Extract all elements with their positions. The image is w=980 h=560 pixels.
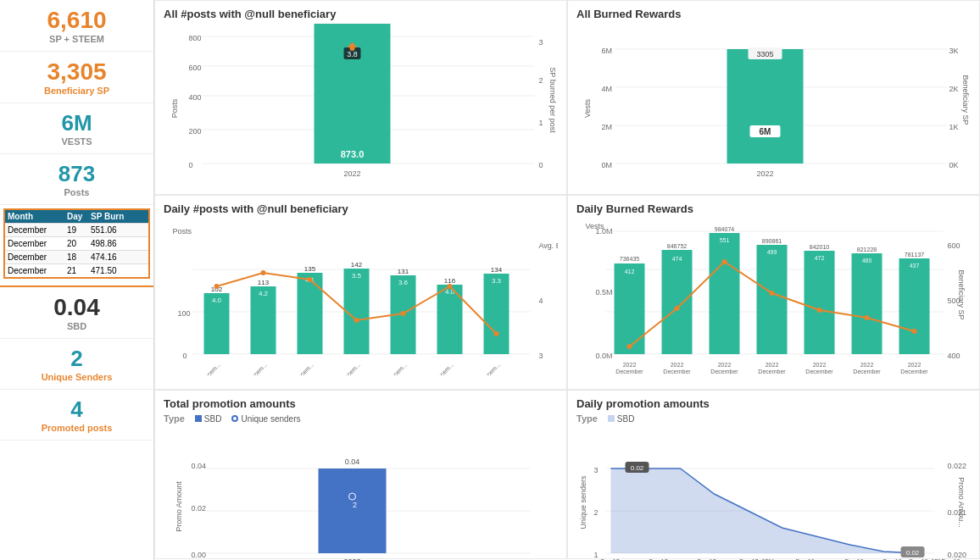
svg-text:781137: 781137 — [905, 252, 924, 258]
svg-text:0.02: 0.02 — [631, 464, 644, 472]
svg-text:Promo Amount: Promo Amount — [175, 481, 183, 532]
svg-rect-106 — [710, 233, 740, 354]
svg-point-121 — [627, 344, 632, 349]
svg-text:499: 499 — [767, 249, 777, 255]
svg-text:December: December — [615, 369, 643, 374]
svg-text:December: December — [805, 369, 833, 374]
chart-daily-promo: Daily promotion amounts Type SBD 1 2 3 0… — [567, 390, 980, 559]
svg-text:SP burned per post: SP burned per post — [548, 67, 557, 133]
stat-sbd: 0.04 SBD — [0, 286, 153, 339]
svg-text:Beneficiary SP: Beneficiary SP — [961, 75, 970, 125]
svg-text:December: December — [663, 369, 691, 374]
svg-point-124 — [770, 291, 775, 296]
svg-text:Vests: Vests — [583, 98, 592, 118]
svg-text:2M: 2M — [602, 123, 613, 131]
svg-point-22 — [350, 46, 355, 51]
svg-text:2022 Decem...: 2022 Decem... — [470, 362, 501, 375]
table-row: December20498.86 — [5, 236, 148, 250]
svg-text:3: 3 — [539, 352, 543, 360]
stat-promoted-posts: 4 Promoted posts — [0, 390, 153, 441]
chart5-svg: 0.00 0.02 0.04 Promo Amount 0.04 2 — [164, 426, 558, 560]
svg-text:2022 Decem...: 2022 Decem... — [283, 362, 315, 375]
svg-text:2022 Decem...: 2022 Decem... — [423, 362, 454, 375]
vests-value: 6M — [3, 110, 150, 136]
svg-rect-71 — [484, 274, 509, 354]
chart3-title: Daily #posts with @null beneficiary — [164, 202, 558, 215]
chart4-svg: 0.0M 0.5M 1.0M 400 500 600 Vests Benefic… — [576, 219, 971, 375]
svg-text:890861: 890861 — [762, 238, 782, 244]
posts-value: 873 — [3, 161, 150, 187]
svg-text:2022 Decem...: 2022 Decem... — [237, 362, 268, 375]
svg-text:2022: 2022 — [343, 169, 360, 178]
svg-text:2022: 2022 — [623, 362, 637, 368]
chart-total-promo: Total promotion amounts Type SBD Unique … — [154, 390, 567, 559]
svg-point-158 — [349, 493, 356, 500]
svg-text:0.02: 0.02 — [192, 504, 207, 513]
svg-text:474: 474 — [672, 256, 682, 262]
unique-senders-value: 2 — [3, 346, 150, 372]
main-content: All #posts with @null beneficiary 0 200 … — [154, 0, 980, 560]
svg-text:2022 Decem...: 2022 Decem... — [376, 362, 408, 375]
svg-text:2022: 2022 — [908, 362, 922, 368]
svg-text:Vests: Vests — [586, 222, 605, 230]
svg-text:2022: 2022 — [766, 362, 779, 368]
svg-text:2: 2 — [539, 76, 543, 85]
svg-rect-109 — [757, 245, 788, 354]
svg-text:1: 1 — [594, 551, 599, 559]
svg-text:0.00: 0.00 — [192, 551, 207, 559]
table-row: December21471.50 — [5, 263, 148, 277]
svg-text:December: December — [710, 369, 738, 374]
posts-label: Posts — [3, 187, 150, 197]
stat-posts: 873 Posts — [0, 154, 153, 205]
svg-text:3K: 3K — [949, 47, 959, 55]
svg-text:3305: 3305 — [756, 50, 773, 58]
svg-text:December: December — [853, 369, 881, 374]
svg-rect-62 — [344, 269, 370, 354]
svg-text:2: 2 — [594, 508, 599, 517]
svg-text:Posts: Posts — [173, 227, 192, 236]
table-row: December18474.16 — [5, 250, 148, 263]
svg-text:736435: 736435 — [620, 256, 639, 262]
svg-text:873.0: 873.0 — [341, 149, 365, 159]
stat-beneficiary-sp: 3,305 Beneficiary SP — [0, 52, 153, 103]
svg-text:600: 600 — [948, 241, 961, 250]
chart6-svg: 1 2 3 0.022 0.021 0.020 Unique senders P… — [576, 426, 971, 560]
vests-label: VESTS — [3, 136, 150, 147]
chart1-svg: 0 200 400 600 800 0 1 2 3 Posts SP burne… — [164, 24, 558, 185]
svg-text:3.8: 3.8 — [347, 50, 358, 58]
svg-point-127 — [912, 329, 917, 334]
chart2-svg: 0M 2M 4M 6M 0K 1K 2K 3K Vests Beneficiar… — [576, 24, 971, 185]
svg-point-123 — [722, 259, 727, 264]
svg-text:2022: 2022 — [813, 362, 827, 368]
svg-text:551: 551 — [720, 237, 730, 243]
svg-text:4M: 4M — [602, 85, 613, 93]
svg-text:Posts: Posts — [170, 98, 179, 118]
svg-text:3.3: 3.3 — [492, 277, 502, 285]
svg-text:0.022: 0.022 — [948, 462, 967, 470]
svg-text:December: December — [758, 369, 786, 374]
svg-text:Promo Amou...: Promo Amou... — [957, 477, 966, 528]
svg-text:0.5M: 0.5M — [596, 288, 613, 297]
svg-text:0.04: 0.04 — [345, 457, 360, 466]
svg-point-122 — [675, 306, 680, 311]
chart-daily-posts: Daily #posts with @null beneficiary 0 10… — [154, 195, 567, 390]
chart1-title: All #posts with @null beneficiary — [164, 8, 558, 20]
col-day: Day — [64, 210, 88, 223]
chart3-svg: 0 100 Posts 3 4 Avg. Burn per Post 102 4… — [164, 219, 558, 375]
svg-text:400: 400 — [189, 93, 202, 102]
svg-text:1K: 1K — [949, 123, 959, 131]
svg-text:460: 460 — [862, 258, 872, 263]
sp-steem-value: 6,610 — [3, 7, 150, 34]
chart-all-burned: All Burned Rewards 0M 2M 4M 6M 0K 1K 2K … — [567, 0, 980, 195]
svg-point-78 — [401, 311, 406, 316]
chart6-title: Daily promotion amounts — [576, 397, 971, 410]
svg-point-76 — [308, 277, 313, 282]
stat-unique-senders: 2 Unique Senders — [0, 339, 153, 390]
svg-text:0.04: 0.04 — [192, 462, 207, 470]
svg-text:100: 100 — [178, 309, 191, 318]
svg-rect-112 — [805, 251, 835, 354]
svg-text:0M: 0M — [602, 161, 613, 169]
svg-text:3: 3 — [594, 466, 599, 474]
svg-text:131: 131 — [398, 268, 409, 275]
svg-rect-103 — [662, 250, 693, 354]
